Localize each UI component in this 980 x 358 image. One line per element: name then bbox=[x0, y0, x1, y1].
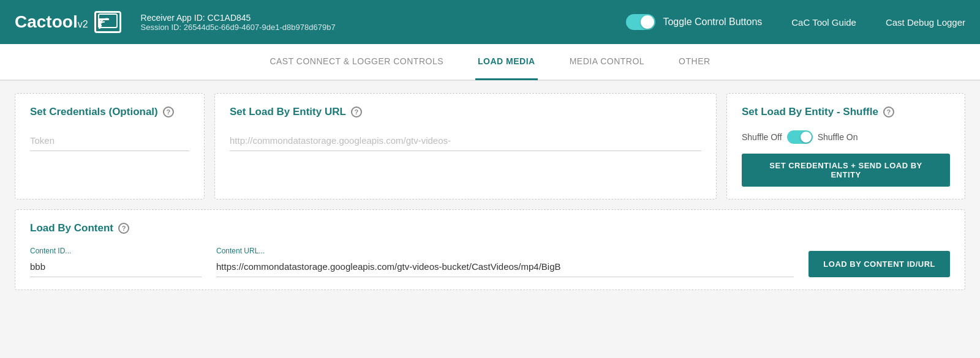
toggle-control-buttons[interactable] bbox=[626, 14, 655, 30]
token-input[interactable] bbox=[30, 130, 189, 151]
entity-url-input[interactable] bbox=[230, 130, 701, 151]
app-header: Cactoolv2 Receiver App ID: CC1AD845 Sess… bbox=[0, 0, 980, 44]
credentials-card-title: Set Credentials (Optional) ? bbox=[30, 106, 189, 118]
top-row: Set Credentials (Optional) ? Set Load By… bbox=[15, 93, 965, 200]
toggle-area: Toggle Control Buttons bbox=[626, 14, 762, 30]
session-id: Session ID: 26544d5c-66d9-4607-9de1-d8b9… bbox=[141, 23, 627, 32]
tab-cast-connect[interactable]: CAST CONNECT & LOGGER CONTROLS bbox=[267, 43, 446, 80]
toggle-label: Toggle Control Buttons bbox=[663, 17, 762, 28]
nav-guide-link[interactable]: CaC Tool Guide bbox=[791, 17, 856, 28]
content-id-label: Content ID... bbox=[30, 247, 202, 255]
nav-logger-link[interactable]: Cast Debug Logger bbox=[886, 17, 965, 28]
load-content-card: Load By Content ? Content ID... bbb Cont… bbox=[15, 209, 965, 290]
shuffle-card-title: Set Load By Entity - Shuffle ? bbox=[742, 106, 950, 118]
content-url-label: Content URL... bbox=[216, 247, 794, 255]
shuffle-toggle[interactable] bbox=[787, 130, 813, 144]
load-content-button[interactable]: LOAD BY CONTENT ID/URL bbox=[809, 251, 950, 277]
tab-media-control[interactable]: MEDIA CONTROL bbox=[567, 43, 647, 80]
load-content-row: Content ID... bbb Content URL... https:/… bbox=[30, 247, 950, 277]
content-url-field: Content URL... https://commondatastorage… bbox=[216, 247, 794, 277]
load-content-help-icon[interactable]: ? bbox=[118, 223, 129, 234]
header-info: Receiver App ID: CC1AD845 Session ID: 26… bbox=[141, 13, 627, 32]
main-content: Set Credentials (Optional) ? Set Load By… bbox=[0, 81, 980, 302]
header-nav: CaC Tool Guide Cast Debug Logger bbox=[791, 17, 965, 28]
logo-text: Cactoolv2 bbox=[15, 12, 88, 32]
credentials-help-icon[interactable]: ? bbox=[163, 106, 174, 117]
shuffle-card: Set Load By Entity - Shuffle ? Shuffle O… bbox=[726, 93, 965, 200]
credentials-card: Set Credentials (Optional) ? bbox=[15, 93, 205, 200]
logo-area: Cactoolv2 bbox=[15, 11, 121, 33]
entity-url-card: Set Load By Entity URL ? bbox=[214, 93, 717, 200]
set-credentials-send-load-button[interactable]: SET CREDENTIALS + SEND LOAD BY ENTITY bbox=[742, 154, 950, 187]
svg-rect-0 bbox=[98, 14, 116, 28]
load-content-title: Load By Content ? bbox=[30, 222, 950, 234]
tab-load-media[interactable]: LOAD MEDIA bbox=[475, 43, 538, 80]
entity-url-card-title: Set Load By Entity URL ? bbox=[230, 106, 701, 118]
tab-other[interactable]: OTHER bbox=[676, 43, 713, 80]
content-id-field: Content ID... bbb bbox=[30, 247, 202, 277]
content-id-value[interactable]: bbb bbox=[30, 258, 202, 277]
shuffle-toggle-row: Shuffle Off Shuffle On bbox=[742, 130, 950, 144]
tabs-bar: CAST CONNECT & LOGGER CONTROLS LOAD MEDI… bbox=[0, 44, 980, 81]
entity-url-help-icon[interactable]: ? bbox=[351, 106, 362, 117]
app-id: Receiver App ID: CC1AD845 bbox=[141, 13, 627, 23]
content-url-value[interactable]: https://commondatastorage.googleapis.com… bbox=[216, 258, 794, 277]
shuffle-help-icon[interactable]: ? bbox=[883, 106, 894, 117]
shuffle-off-label: Shuffle Off bbox=[742, 132, 782, 142]
shuffle-on-label: Shuffle On bbox=[818, 132, 858, 142]
svg-point-1 bbox=[99, 24, 102, 27]
cast-icon bbox=[94, 11, 121, 33]
